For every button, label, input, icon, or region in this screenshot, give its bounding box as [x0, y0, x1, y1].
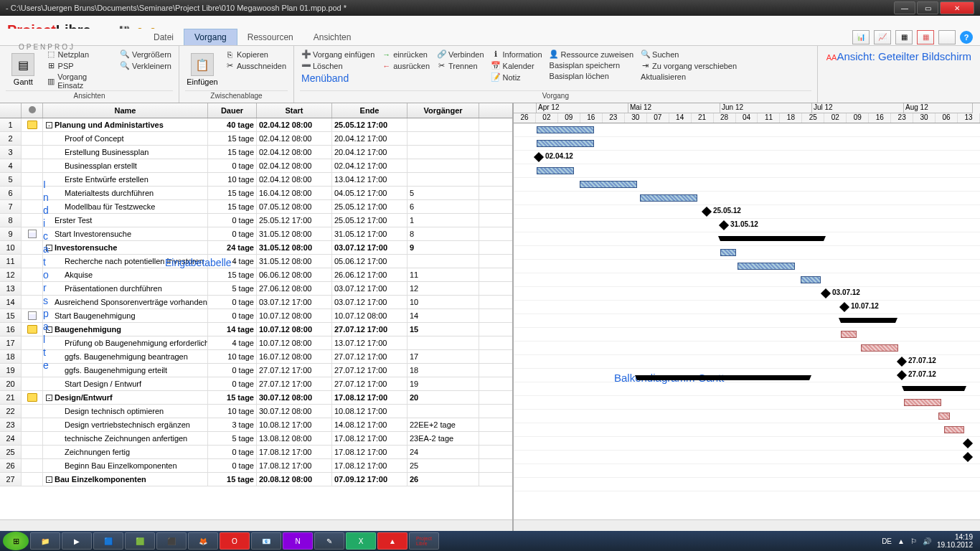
view-btn-2[interactable]: 📈: [874, 30, 891, 44]
cell-pred[interactable]: 15: [407, 323, 479, 336]
cell-name[interactable]: Ausreichend Sponsorenverträge vorhanden: [43, 296, 208, 309]
cell-pred[interactable]: 9: [407, 241, 479, 254]
milestone-diamond[interactable]: [897, 370, 907, 380]
cell-name[interactable]: -Bau Einzelkomponenten: [43, 473, 208, 486]
cell-pred[interactable]: 18: [407, 364, 479, 377]
cell-duration[interactable]: 0 tage: [208, 377, 257, 390]
indent-button[interactable]: →einrücken: [380, 49, 431, 60]
table-row[interactable]: 12Akquise15 tage06.06.12 08:0026.06.12 1…: [0, 268, 512, 282]
zoomin-button[interactable]: 🔍Vergrößern: [119, 49, 173, 60]
summary-bar[interactable]: [841, 318, 895, 323]
cell-duration[interactable]: 15 tage: [208, 146, 257, 159]
cell-duration[interactable]: 10 tage: [208, 173, 257, 186]
cell-end[interactable]: 04.05.12 17:00: [332, 187, 407, 199]
tab-ansichten[interactable]: Ansichten: [303, 29, 362, 45]
cell-duration[interactable]: 0 tage: [208, 309, 257, 322]
cell-start[interactable]: 20.08.12 08:00: [257, 473, 332, 486]
summary-bar[interactable]: [720, 236, 824, 241]
save-baseline-button[interactable]: Basisplan speichern: [548, 60, 636, 70]
table-row[interactable]: 10-Investorensuche24 tage31.05.12 08:000…: [0, 241, 512, 255]
header-pred[interactable]: Vorgänger: [407, 103, 479, 118]
table-row[interactable]: 24technische Zeichnungen anfertigen5 tag…: [0, 432, 512, 446]
table-row[interactable]: 27-Bau Einzelkomponenten15 tage20.08.12 …: [0, 473, 512, 486]
view-btn-3[interactable]: ▦: [895, 30, 913, 44]
cell-duration[interactable]: 15 tage: [208, 187, 257, 199]
cell-start[interactable]: 03.07.12 17:00: [257, 296, 332, 309]
cell-name[interactable]: Proof of Concept: [43, 132, 208, 145]
view-btn-5[interactable]: [938, 30, 956, 44]
gantt-body[interactable]: Balkendiagramm Gantt 02.04.1225.05.1231.…: [514, 123, 980, 519]
table-row[interactable]: 6Materialtests durchführen15 tage16.04.1…: [0, 187, 512, 200]
milestone-diamond[interactable]: [963, 452, 973, 462]
table-row[interactable]: 11Recherche nach potentiellen Investoren…: [0, 255, 512, 268]
taskbar-outlook[interactable]: 📧: [251, 532, 281, 550]
cell-name[interactable]: Erster Test: [43, 214, 208, 227]
taskbar-app5[interactable]: ⬛: [156, 532, 187, 550]
cell-pred[interactable]: 12: [407, 282, 479, 295]
outline-toggle[interactable]: -: [46, 395, 52, 401]
assign-resource-button[interactable]: 👤Ressource zuweisen: [548, 49, 636, 60]
cell-start[interactable]: 27.07.12 17:00: [257, 377, 332, 390]
maximize-button[interactable]: ▭: [917, 1, 938, 14]
cell-name[interactable]: Modellbau für Testzwecke: [43, 200, 208, 213]
cell-start[interactable]: 30.07.12 08:00: [257, 391, 332, 404]
cell-end[interactable]: 05.06.12 17:00: [332, 255, 407, 268]
cell-start[interactable]: 13.08.12 08:00: [257, 432, 332, 445]
task-bar[interactable]: [537, 167, 574, 174]
critical-task-bar[interactable]: [938, 413, 950, 420]
cell-duration[interactable]: 0 tage: [208, 159, 257, 172]
close-button[interactable]: ✕: [940, 1, 974, 14]
cell-name[interactable]: Start Design / Entwurf: [43, 377, 208, 390]
summary-bar[interactable]: [637, 375, 809, 380]
table-row[interactable]: 15Start Baugenehmigung0 tage10.07.12 08:…: [0, 309, 512, 323]
cell-duration[interactable]: 0 tage: [208, 227, 257, 240]
cell-duration[interactable]: 14 tage: [208, 323, 257, 336]
table-row[interactable]: 13Präsentationen durchführen5 tage27.06.…: [0, 282, 512, 296]
cell-end[interactable]: 13.04.12 17:00: [332, 173, 407, 186]
task-bar[interactable]: [738, 263, 795, 270]
outline-toggle[interactable]: -: [46, 122, 52, 128]
cell-name[interactable]: ggfs. Baugenehmigung beantragen: [43, 350, 208, 363]
help-button[interactable]: ?: [960, 31, 973, 44]
view-btn-1[interactable]: 📊: [852, 30, 870, 44]
task-bar[interactable]: [801, 276, 821, 283]
note-button[interactable]: 📝Notiz: [490, 72, 544, 83]
gantt-row[interactable]: [514, 192, 980, 205]
gantt-row[interactable]: 10.07.12: [514, 301, 980, 314]
cell-pred[interactable]: 10: [407, 296, 479, 309]
cell-duration[interactable]: 10 tage: [208, 350, 257, 363]
header-start[interactable]: Start: [257, 103, 332, 118]
table-row[interactable]: 2Proof of Concept15 tage02.04.12 08:0020…: [0, 132, 512, 146]
cell-duration[interactable]: 10 tage: [208, 405, 257, 418]
taskbar-app3[interactable]: 🟦: [93, 532, 123, 550]
gantt-row[interactable]: [514, 314, 980, 328]
cell-duration[interactable]: 15 tage: [208, 200, 257, 213]
task-bar[interactable]: [580, 181, 637, 188]
milestone-diamond[interactable]: [821, 288, 831, 298]
cell-start[interactable]: 02.04.12 08:00: [257, 159, 332, 172]
gantt-row[interactable]: [514, 164, 980, 178]
clear-baseline-button[interactable]: Basisplan löchen: [548, 71, 636, 81]
cell-start[interactable]: 17.08.12 17:00: [257, 446, 332, 458]
cell-start[interactable]: 31.05.12 08:00: [257, 241, 332, 254]
taskbar-excel[interactable]: X: [346, 532, 376, 550]
cell-pred[interactable]: [407, 132, 479, 145]
critical-task-bar[interactable]: [841, 331, 857, 338]
cell-name[interactable]: Akquise: [43, 268, 208, 281]
gantt-row[interactable]: [514, 478, 980, 491]
cell-name[interactable]: Start Baugenehmigung: [43, 309, 208, 322]
cell-duration[interactable]: 5 tage: [208, 432, 257, 445]
cell-pred[interactable]: 20: [407, 391, 479, 404]
taskbar-media[interactable]: ▶: [62, 532, 92, 550]
cell-pred[interactable]: 14: [407, 309, 479, 322]
cell-start[interactable]: 16.07.12 08:00: [257, 350, 332, 363]
cell-duration[interactable]: 40 tage: [208, 118, 257, 131]
table-row[interactable]: 5Erste Entwürfe erstellen10 tage02.04.12…: [0, 173, 512, 187]
gantt-row[interactable]: [514, 246, 980, 260]
cell-name[interactable]: Präsentationen durchführen: [43, 282, 208, 295]
cell-name[interactable]: Businessplan erstellt: [43, 159, 208, 172]
find-button[interactable]: 🔍Suchen: [639, 49, 738, 60]
table-row[interactable]: 18ggfs. Baugenehmigung beantragen10 tage…: [0, 350, 512, 364]
h-scrollbar-left[interactable]: [0, 519, 512, 531]
cell-start[interactable]: 17.08.12 17:00: [257, 459, 332, 472]
